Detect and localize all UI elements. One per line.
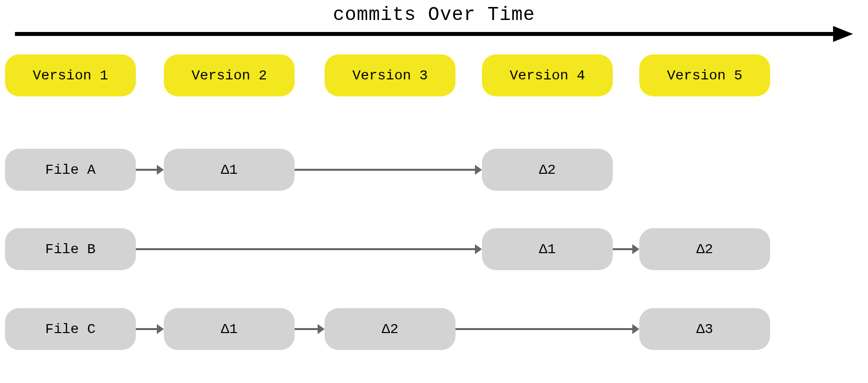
file-c-delta-2: Δ2 [325,308,455,350]
diagram-title: commits Over Time [0,0,868,25]
svg-marker-3 [157,165,164,175]
arrow-file-b-delta1-to-delta2 [613,242,639,256]
file-a-delta-1: Δ1 [164,149,295,191]
file-a-label: File A [5,149,136,191]
version-pill-5: Version 5 [639,54,770,96]
arrow-file-b-to-delta1 [136,242,482,256]
arrow-file-a-to-delta1 [136,163,164,177]
file-c-delta-3: Δ3 [639,308,770,350]
file-c-label: File C [5,308,136,350]
arrow-file-a-delta1-to-delta2 [295,163,482,177]
timeline-arrow [15,24,853,44]
file-b-delta-2: Δ2 [639,228,770,270]
svg-marker-1 [833,26,853,42]
file-b-label: File B [5,228,136,270]
svg-marker-13 [318,324,325,334]
svg-marker-9 [632,244,639,254]
version-pill-4: Version 4 [482,54,613,96]
arrow-file-c-delta1-to-delta2 [295,322,325,336]
arrow-file-c-to-delta1 [136,322,164,336]
arrow-file-c-delta2-to-delta3 [455,322,639,336]
svg-marker-15 [632,324,639,334]
file-c-delta-1: Δ1 [164,308,295,350]
file-b-delta-1: Δ1 [482,228,613,270]
svg-marker-7 [475,244,482,254]
version-pill-3: Version 3 [325,54,455,96]
svg-marker-5 [475,165,482,175]
version-pill-2: Version 2 [164,54,295,96]
svg-marker-11 [157,324,164,334]
file-a-delta-2: Δ2 [482,149,613,191]
version-pill-1: Version 1 [5,54,136,96]
